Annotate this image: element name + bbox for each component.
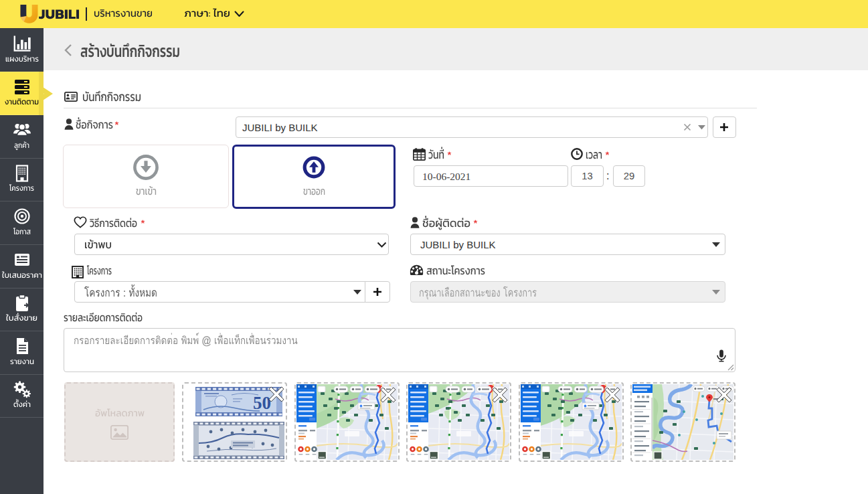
svg-text:50: 50 [253, 393, 271, 413]
